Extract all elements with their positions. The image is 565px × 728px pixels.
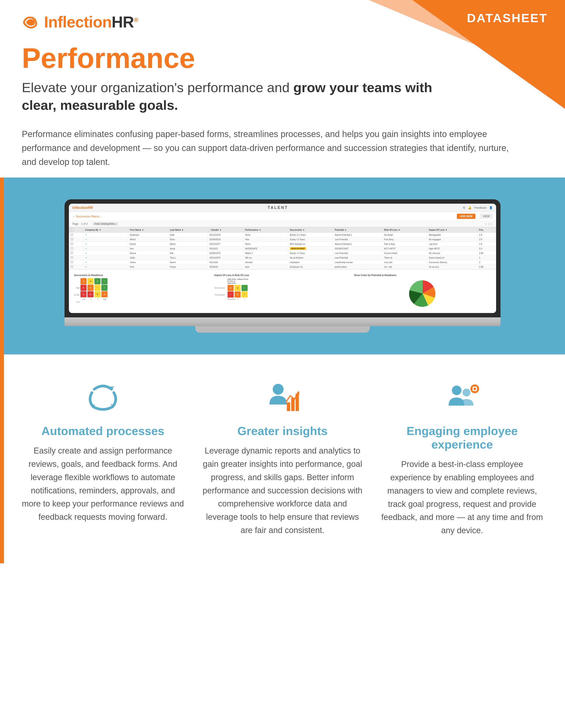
heatmap-cell: 6 (234, 291, 241, 298)
laptop-screen-inner: InflectionHR TALENT ⚙ 🔔 Feedback 👤 ← (69, 204, 496, 313)
chart3-title: Rose Color by Potential & Readiness (354, 274, 491, 276)
col-impact-of-loss[interactable]: Impact Of Loss ▼ (427, 227, 477, 233)
trademark: ® (134, 17, 138, 23)
col-checkbox[interactable] (69, 227, 83, 233)
svg-rect-14 (470, 388, 473, 390)
feature-automated-description: Easily create and assign performance rev… (22, 444, 184, 524)
back-link[interactable]: ← Succession Planni... (72, 215, 102, 218)
header-area: DATASHEET InflectionHR® Performance Elev… (0, 0, 565, 178)
feature-insights-title: Greater insights (237, 424, 328, 438)
table-row: ✏ Alfred Elma 02/09/2018 Hire Easily <2 … (69, 237, 496, 242)
features-grid: Automated processes Easily create and as… (22, 381, 543, 537)
svg-point-9 (463, 389, 470, 396)
app-title: TALENT (268, 205, 288, 210)
table-row: ✏ Gallo Tina L 03/14/1875 Wh no. No at A… (69, 256, 496, 260)
logo-inflection: Inflection (44, 13, 112, 31)
header-user-icon: 👤 (489, 206, 493, 209)
col-company-by[interactable]: Company By ▼ (83, 227, 128, 233)
logo-hr: HR (112, 13, 134, 31)
feature-automated-title: Automated processes (41, 424, 164, 438)
chart2-title: Impact Of Loss & Risk Of Loss (214, 274, 351, 276)
heatmap-cell: • (101, 285, 107, 291)
subtitle: Elevate your organization's performance … (22, 79, 458, 114)
chart-rose: Rose Color by Potential & Readiness (353, 272, 493, 310)
cycle-arrows-icon (83, 381, 122, 415)
chart-person-icon (263, 381, 302, 415)
app-filter-bar: Page 1 of 2 Team: Strategy/Adm... ⋮⋮⋮ (69, 221, 496, 227)
svg-rect-5 (291, 398, 295, 411)
heatmap-cell: • (241, 285, 247, 291)
svg-point-11 (474, 388, 476, 390)
subtitle-normal: Elevate your organization's performance … (22, 80, 294, 95)
table-row: ✏ Anderson Dale 03/14/1978 None Barely 3… (69, 233, 496, 237)
heatmap-cell: 5 (234, 285, 241, 291)
feature-experience: Engaging employee experience Provide a b… (381, 381, 543, 537)
filter-page-label: Page (72, 222, 78, 225)
page-title: Performance (22, 44, 543, 72)
heatmap-cell: 2 (80, 291, 86, 297)
feature-experience-title: Engaging employee experience (381, 424, 543, 451)
col-potential[interactable]: Potential ▼ (333, 227, 382, 233)
col-gender[interactable]: ↑ Gender ▼ (207, 227, 243, 233)
header-feedback: Feedback (474, 206, 487, 209)
chart-succession: Succession to Readiness High On Bar Low (72, 272, 212, 310)
datasheet-label: DATASHEET (467, 11, 548, 25)
heatmap-cell: 5 (87, 291, 93, 297)
inflectionhr-logo-icon (22, 14, 41, 30)
heatmap-cell: 8 (101, 291, 107, 297)
feature-insights: Greater insights Leverage dynamic report… (201, 381, 364, 537)
pie-chart-container (354, 278, 491, 309)
header-icon-1: ⚙ (463, 206, 465, 209)
feature-automated: Automated processes Easily create and as… (22, 381, 184, 537)
laptop-screen-frame: InflectionHR TALENT ⚙ 🔔 Feedback 👤 ← (64, 199, 501, 317)
logo-area: InflectionHR® (22, 13, 543, 31)
chart1-title: Succession to Readiness (74, 274, 211, 276)
app-header-actions: ⚙ 🔔 Feedback 👤 (463, 206, 493, 209)
heatmap-cell: • (101, 278, 107, 284)
svg-point-8 (452, 386, 462, 395)
app-header: InflectionHR TALENT ⚙ 🔔 Feedback 👤 (69, 204, 496, 212)
col-last-name[interactable]: Last Name ▼ (168, 227, 207, 233)
table-options-icon[interactable]: ⋮⋮⋮ (485, 222, 493, 225)
table-row: ✏ Ann Anna 03/14/13 MODERATE HIGH-POTENT… (69, 246, 496, 251)
person-gear-icon (443, 381, 482, 415)
heatmap-cell: 1 (94, 278, 100, 284)
feature-experience-description: Provide a best-in-class employee experie… (381, 458, 543, 537)
heatmap-cell: 4 (87, 278, 93, 284)
laptop-base (64, 317, 501, 326)
filter-page-value: 1 of 2 (81, 222, 88, 225)
heatmap-cell: 5 (80, 285, 86, 291)
logo-text: InflectionHR® (44, 13, 138, 31)
heatmap-cell: • (241, 291, 247, 298)
heatmap-cell: 6 (94, 291, 100, 297)
table-row: ✏ Jones Name 03/14/26 elevate! employee.… (69, 260, 496, 265)
svg-rect-4 (287, 402, 290, 411)
col-succession[interactable]: Succession ▼ (288, 227, 333, 233)
app-sub-header: ← Succession Planni... ADD NEW VIEW (69, 212, 496, 221)
svg-rect-12 (474, 384, 476, 387)
svg-rect-15 (477, 388, 479, 390)
add-new-button[interactable]: ADD NEW (457, 214, 475, 219)
blue-section: InflectionHR TALENT ⚙ 🔔 Feedback 👤 ← (0, 178, 565, 354)
app-ui: InflectionHR TALENT ⚙ 🔔 Feedback 👤 ← (69, 204, 496, 313)
col-performance[interactable]: Performance ▼ (243, 227, 288, 233)
table-row: ✏ Evans Maria 03/14/1977 None 89% Result… (69, 242, 496, 246)
svg-rect-13 (474, 391, 476, 393)
data-table: Company By ▼ First Name ▼ Last Name ▼ ↑ … (69, 227, 496, 269)
filter-tag[interactable]: Team: Strategy/Adm... (93, 222, 118, 225)
app-logo: InflectionHR (72, 206, 93, 210)
features-section: Automated processes Easily create and as… (0, 354, 565, 563)
description: Performance eliminates confusing paper-b… (22, 127, 523, 169)
pie-chart-svg (407, 278, 438, 309)
chart-impact: Impact Of Loss & Risk Of Loss Yes Is Aro… (212, 272, 353, 310)
col-pos[interactable]: Pos. (477, 227, 496, 233)
col-first-name[interactable]: First Name ▼ (128, 227, 168, 233)
feature-insights-description: Leverage dynamic reports and analytics t… (201, 444, 364, 537)
heatmap-cell: 6 (227, 285, 234, 291)
col-risk-of-loss[interactable]: Risk Of Loss ▼ (382, 227, 427, 233)
view-button[interactable]: VIEW (480, 214, 493, 219)
charts-row: Succession to Readiness High On Bar Low (69, 269, 496, 313)
heatmap-cell: 8 (87, 285, 93, 291)
laptop-stand (195, 326, 370, 333)
laptop-container: InflectionHR TALENT ⚙ 🔔 Feedback 👤 ← (64, 199, 501, 333)
